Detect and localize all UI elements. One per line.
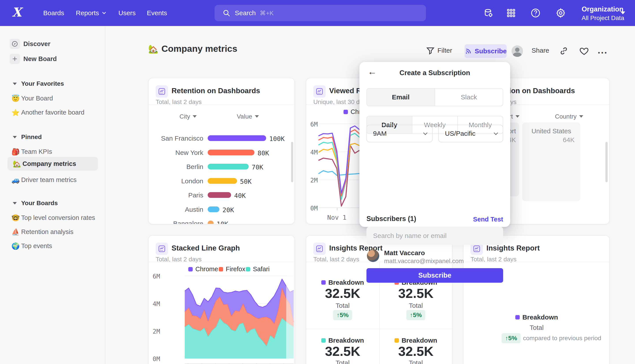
subscriber-name: Matt Vaccaro (384, 249, 425, 257)
avatar[interactable] (511, 46, 523, 57)
sidebar-item-label: New Board (23, 55, 57, 62)
board-emoji: 🤓 (12, 214, 21, 222)
table-row: Paris 40K (149, 192, 295, 200)
table-row: London 50K (149, 177, 295, 186)
sidebar-item-new-board[interactable]: New Board (0, 52, 105, 65)
subscriber-avatar (367, 250, 379, 262)
modal-title: Create a Subscription (359, 69, 510, 77)
filter-button[interactable]: Filter (437, 47, 452, 54)
sidebar-section-your-favorites[interactable]: Your Favorites (0, 79, 105, 88)
settings-gear-icon[interactable] (555, 7, 566, 19)
search-placeholder: Search (235, 9, 256, 17)
plus-icon (10, 54, 20, 64)
timezone-select[interactable]: US/Pacific (438, 125, 503, 142)
data-management-icon[interactable] (483, 7, 494, 19)
card-insights-report-single: Insights Report Total, last 2 days Break… (463, 235, 610, 364)
sidebar-section-your-boards[interactable]: Your Boards (0, 198, 105, 208)
column-header-value[interactable]: Value (237, 113, 259, 120)
sidebar-item-driver-team-metrics[interactable]: 🚙 Driver team metrics (0, 174, 105, 186)
time-select[interactable]: 9AM (366, 125, 433, 142)
scrollbar[interactable] (605, 142, 608, 182)
mixpanel-logo-icon[interactable]: X (12, 5, 22, 20)
board-emoji: 😇 (12, 94, 21, 102)
table-row: Bangalore 10K (149, 220, 295, 224)
card-title[interactable]: Insights Report (486, 244, 540, 252)
x-axis-label: Nov 1 (327, 214, 346, 221)
sidebar-item-top-events[interactable]: 🌍 Top events (0, 240, 105, 252)
share-button[interactable]: Share (532, 47, 549, 54)
sidebar-item-top-level-conversion-rates[interactable]: 🤓 Top level conversion rates (0, 212, 105, 224)
metric-sub: Total (409, 359, 423, 364)
chevron-down-icon (494, 131, 498, 135)
more-options-icon[interactable]: ••• (598, 49, 608, 56)
metric-legend: Breakdown (321, 337, 364, 344)
subscribe-button[interactable]: Subscribe (465, 44, 507, 58)
column-header-city[interactable]: City (180, 113, 197, 120)
copy-link-icon[interactable] (559, 46, 569, 57)
table-row: New York 80K (149, 149, 295, 158)
report-chart-icon (156, 85, 168, 98)
tab-email[interactable]: Email (367, 88, 435, 106)
metric-value: 32.5K (325, 286, 360, 301)
nav-events[interactable]: Events (147, 0, 167, 26)
board-emoji: 🌍 (12, 242, 21, 250)
create-subscription-modal: ← Create a Subscription Email Slack Dail… (359, 62, 510, 227)
chevron-down-icon (101, 10, 107, 16)
board-emoji: 🏡 (13, 160, 23, 168)
sidebar-item-company-metrics[interactable]: 🏡 Company metrics (8, 157, 98, 170)
metric-legend: Breakdown (321, 279, 364, 286)
metric-sub: Total (409, 302, 423, 309)
board-emoji: 🎒 (12, 148, 21, 156)
card-title[interactable]: Retention on Dashboards (172, 86, 260, 95)
column-header-country[interactable]: Country (555, 113, 583, 120)
chevron-down-icon (13, 136, 17, 138)
table-row: Berlin 70K (149, 163, 295, 172)
chevron-down-icon (13, 202, 17, 204)
sidebar-item-another-favorite-board[interactable]: ⭐ Another favorite board (0, 107, 105, 118)
card-stacked-line-graph: Stacked Line Graph Total, last 2 days Ch… (148, 235, 295, 364)
filter-icon[interactable] (425, 46, 436, 57)
nav-reports[interactable]: Reports (76, 0, 107, 26)
search-icon (223, 9, 230, 17)
search-shortcut: ⌘+K (260, 10, 274, 17)
scrollbar[interactable] (291, 142, 293, 182)
nav-boards[interactable]: Boards (43, 0, 64, 26)
favorite-heart-icon[interactable] (579, 46, 589, 57)
report-chart-icon (313, 242, 326, 255)
subscriber-email: matt.vaccaro@mixpanel.com (384, 258, 464, 265)
nav-users[interactable]: Users (118, 0, 136, 26)
delta-badge: ↑5% (502, 333, 520, 343)
send-test-link[interactable]: Send Test (473, 216, 503, 223)
board-emoji: 🏡 (148, 44, 158, 54)
subscriber-search-input[interactable] (366, 227, 503, 245)
sidebar-item-label: Discover (23, 40, 51, 48)
global-search-input[interactable]: Search ⌘+K (215, 5, 426, 21)
sidebar: Discover New Board Your Favorites 😇 Your… (0, 26, 105, 364)
sidebar-item-team-kpis[interactable]: 🎒 Team KPIs (0, 146, 105, 157)
help-icon[interactable] (530, 7, 541, 19)
page-title: 🏡Company metrics (148, 44, 237, 54)
modal-subscribe-button[interactable]: Subscribe (366, 268, 503, 283)
card-retention-on-dashboards: Retention on Dashboards Total, last 2 da… (148, 78, 295, 224)
metric-value: 32.5K (398, 344, 433, 359)
sidebar-item-your-board[interactable]: 😇 Your Board (0, 92, 105, 104)
rss-icon (465, 47, 472, 55)
apps-grid-icon[interactable] (505, 7, 517, 19)
table-row: Austin 20K (149, 206, 295, 214)
metric-sub: Total (336, 359, 349, 364)
metric-legend: Breakdown (515, 314, 558, 321)
delta-note: compared to previous period (523, 335, 601, 342)
board-emoji: ⭐ (12, 109, 21, 116)
sidebar-item-discover[interactable]: Discover (0, 38, 105, 50)
chevron-down-icon (423, 131, 427, 135)
delta-badge: ↑5% (333, 310, 352, 320)
metric-legend: Breakdown (394, 337, 437, 344)
table-row: San Francisco 100K (149, 135, 295, 144)
top-navbar: X Boards Reports Users Events Search ⌘+K… (0, 0, 635, 26)
sidebar-section-pinned[interactable]: Pinned (0, 132, 105, 142)
tab-slack[interactable]: Slack (435, 88, 503, 106)
subscribers-label: Subscribers (1) (366, 215, 416, 223)
metric-sub: Total (530, 324, 543, 332)
project-name: All Project Data (582, 14, 630, 22)
sidebar-item-retention-analysis[interactable]: ⛵ Retention analysis (0, 226, 105, 238)
